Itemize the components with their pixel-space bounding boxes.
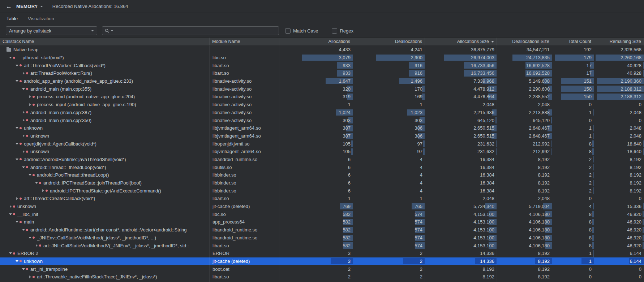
table-row[interactable]: art::ThreadPoolWorker::Callback(void*) l… xyxy=(0,61,644,69)
callstack-cell: android::Thread::_threadLoop(void*) xyxy=(0,163,210,171)
column-header-allocations-size[interactable]: Allocations Size xyxy=(425,38,497,45)
table-row[interactable] xyxy=(0,281,644,282)
cell-allocations-size: 16,733,456 xyxy=(425,69,497,77)
expand-arrow-icon[interactable] xyxy=(27,101,33,109)
table-row[interactable]: android::IPCThreadState::getAndExecuteCo… xyxy=(0,187,644,195)
column-header-allocations[interactable]: Allocations xyxy=(279,38,353,45)
column-header-total-count[interactable]: Total Count xyxy=(552,38,594,45)
expand-arrow-icon[interactable] xyxy=(14,218,20,226)
table-row[interactable]: openjdkjvmti::AgentCallback(void*) libop… xyxy=(0,140,644,148)
table-row[interactable]: android_main (main.cpp:355) libnative-ac… xyxy=(0,85,644,93)
expand-arrow-icon[interactable] xyxy=(40,187,46,195)
expand-arrow-icon[interactable] xyxy=(21,132,26,140)
table-row[interactable]: unknown jit-cache (deleted) 3 2 14,336 8… xyxy=(0,257,644,265)
module-cell xyxy=(210,46,279,54)
cell-allocations: 3,079 xyxy=(279,54,353,62)
back-button[interactable]: ← xyxy=(6,3,12,9)
module-cell: libbinder.so xyxy=(210,171,279,179)
expand-arrow-icon[interactable] xyxy=(21,265,26,273)
table-row[interactable]: android::AndroidRuntime::start(char cons… xyxy=(0,226,644,234)
callstack-cell: unknown xyxy=(0,148,210,156)
table-row[interactable]: android_main (main.cpp:387) libnative-ac… xyxy=(0,109,644,117)
column-header-module-name[interactable]: Module Name xyxy=(210,38,279,45)
tab-visualization[interactable]: Visualization xyxy=(28,13,54,24)
module-cell: jit-cache (deleted) xyxy=(210,203,279,211)
module-label: libbinder.so xyxy=(212,180,236,186)
table-row[interactable]: art::ThreadPoolWorker::Run() libart.so 9… xyxy=(0,69,644,77)
table-row[interactable]: unknown libjvmtiagent_arm64.so 387 386 2… xyxy=(0,124,644,132)
module-cell: libart.so xyxy=(210,69,279,77)
expand-arrow-icon[interactable] xyxy=(14,77,20,85)
cell-remaining-size: 8,192 xyxy=(594,171,644,179)
table-row[interactable]: process_input (android_native_app_glue.c… xyxy=(0,101,644,109)
table-row[interactable]: Native heap 4,433 4,241 36,875,779 34,54… xyxy=(0,46,644,54)
expand-arrow-icon[interactable] xyxy=(14,257,20,265)
table-row[interactable]: android::IPCThreadState::joinThreadPool(… xyxy=(0,179,644,187)
cell-deallocations-size: 16,692,528 xyxy=(497,69,552,77)
session-selector[interactable]: MEMORY xyxy=(16,4,43,9)
table-row[interactable]: android::Thread::_threadLoop(void*) libu… xyxy=(0,163,644,171)
table-row[interactable]: android_app_entry (android_native_app_gl… xyxy=(0,77,644,85)
expand-arrow-icon[interactable] xyxy=(27,93,33,101)
table-row[interactable]: main app_process64 582 574 4,153,100 4,1… xyxy=(0,218,644,226)
expand-arrow-icon[interactable] xyxy=(21,116,26,124)
expand-arrow-icon[interactable] xyxy=(14,61,20,69)
expand-arrow-icon[interactable] xyxy=(14,156,20,164)
table-row[interactable]: art::JNI::CallStaticVoidMethodV(_JNIEnv*… xyxy=(0,242,644,250)
column-header-deallocations-size[interactable]: Deallocations Size xyxy=(497,38,552,45)
cell-deallocations-size: 4,106,180 xyxy=(497,218,552,226)
table-row[interactable]: __pthread_start(void*) libc.so 3,079 2,9… xyxy=(0,54,644,62)
table-row[interactable]: android::PoolThread::threadLoop() libbin… xyxy=(0,171,644,179)
module-cell: libbinder.so xyxy=(210,187,279,195)
search-box[interactable] xyxy=(102,26,279,35)
table-row[interactable]: ERROR 2 ERROR 3 2 14,336 8,192 1 6,144 xyxy=(0,250,644,257)
expand-arrow-icon[interactable] xyxy=(21,226,26,234)
callsite-icon xyxy=(20,221,22,223)
table-row[interactable]: _JNIEnv::CallStaticVoidMethod(_jclass*, … xyxy=(0,234,644,242)
expand-arrow-icon[interactable] xyxy=(8,250,13,257)
table-row[interactable]: unknown libjvmtiagent_arm64.so 387 386 2… xyxy=(0,132,644,140)
column-header-remaining-size[interactable]: Remaining Size xyxy=(594,38,644,45)
table-row[interactable]: unknown jit-cache (deleted) 769 765 5,73… xyxy=(0,203,644,211)
expand-arrow-icon[interactable] xyxy=(8,210,13,218)
table-row[interactable]: art::Throwable_nativeFillInStackTrace(_J… xyxy=(0,273,644,281)
arrange-dropdown[interactable]: Arrange by callstack xyxy=(6,26,97,35)
expand-arrow-icon[interactable] xyxy=(34,242,39,250)
expand-arrow-icon[interactable] xyxy=(27,281,33,282)
table-row[interactable]: art_jni_trampoline boot.oat 2 2 8,192 8,… xyxy=(0,265,644,273)
callstack-label: art::Thread::CreateCallback(void*) xyxy=(24,196,95,201)
expand-arrow-icon[interactable] xyxy=(21,163,26,171)
expand-arrow-icon[interactable] xyxy=(14,195,20,203)
table-row[interactable]: process_cmd (android_native_app_glue.c:2… xyxy=(0,93,644,101)
expand-arrow-icon[interactable] xyxy=(21,109,26,117)
expand-arrow-icon[interactable] xyxy=(21,148,26,156)
expand-arrow-icon[interactable] xyxy=(8,54,13,62)
column-header-callstack-name[interactable]: Callstack Name xyxy=(0,38,210,45)
search-input[interactable] xyxy=(116,27,276,34)
table-row[interactable]: android_main (main.cpp:350) libnative-ac… xyxy=(0,116,644,124)
expand-arrow-icon[interactable] xyxy=(21,69,26,77)
expand-arrow-icon[interactable] xyxy=(27,234,33,242)
module-cell: jit-cache (deleted) xyxy=(210,257,279,265)
callstack-label: android::AndroidRuntime::javaThreadShell… xyxy=(24,157,126,162)
table-row[interactable]: __libc_init libc.so 582 574 4,153,100 4,… xyxy=(0,210,644,218)
column-header-deallocations[interactable]: Deallocations xyxy=(353,38,425,45)
tree-indent xyxy=(0,222,14,222)
table-row[interactable]: android::AndroidRuntime::javaThreadShell… xyxy=(0,156,644,164)
expand-arrow-icon[interactable] xyxy=(34,179,39,187)
expand-arrow-icon[interactable] xyxy=(14,140,20,148)
expand-arrow-icon[interactable] xyxy=(14,124,20,132)
expand-arrow-icon[interactable] xyxy=(27,273,33,281)
tab-table[interactable]: Table xyxy=(7,13,18,24)
expand-arrow-icon[interactable] xyxy=(21,85,26,93)
regex-checkbox[interactable]: Regex xyxy=(332,28,353,34)
expand-arrow-icon[interactable] xyxy=(8,203,13,211)
expand-arrow-icon[interactable] xyxy=(27,171,33,179)
expand-arrow-icon[interactable] xyxy=(1,46,7,54)
cell-deallocations: 1 xyxy=(353,195,425,203)
match-case-checkbox[interactable]: Match Case xyxy=(285,28,318,34)
table-row[interactable]: art::Thread::CreateCallback(void*) libar… xyxy=(0,195,644,203)
cell-deallocations: 2 xyxy=(353,273,425,281)
table-row[interactable]: unknown libjvmtiagent_arm64.so 105 97 23… xyxy=(0,148,644,156)
callstack-label: android_main (main.cpp:350) xyxy=(30,118,91,123)
